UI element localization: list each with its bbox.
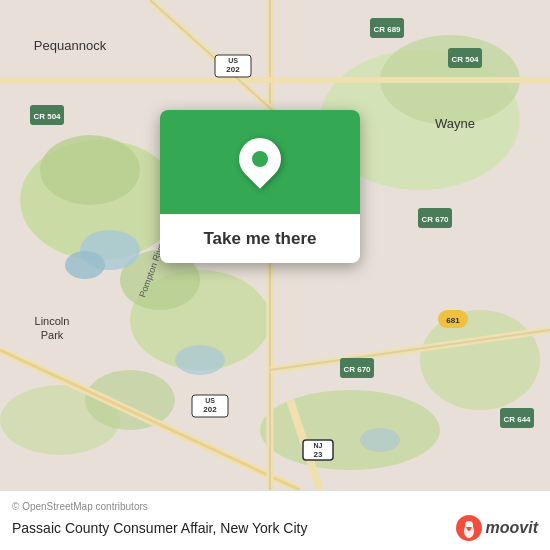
svg-point-2 <box>40 135 140 205</box>
bottom-bar: © OpenStreetMap contributors Passaic Cou… <box>0 490 550 550</box>
popup-label-area: Take me there <box>160 214 360 263</box>
bottom-row: Passaic County Consumer Affair, New York… <box>12 515 538 541</box>
moovit-brand-icon <box>456 515 482 541</box>
svg-text:CR 670: CR 670 <box>343 365 371 374</box>
popup-card: Take me there <box>160 110 360 263</box>
svg-text:202: 202 <box>226 65 240 74</box>
svg-point-14 <box>175 345 225 375</box>
svg-text:Lincoln: Lincoln <box>35 315 70 327</box>
location-name: Passaic County Consumer Affair, New York… <box>12 520 307 536</box>
svg-point-15 <box>360 428 400 452</box>
location-pin-icon <box>236 138 284 192</box>
svg-text:CR 689: CR 689 <box>373 25 401 34</box>
moovit-text: moovit <box>486 519 538 537</box>
svg-text:Pequannock: Pequannock <box>34 38 107 53</box>
svg-text:CR 504: CR 504 <box>451 55 479 64</box>
svg-text:CR 670: CR 670 <box>421 215 449 224</box>
take-me-there-button[interactable]: Take me there <box>170 229 350 249</box>
attribution-text: © OpenStreetMap contributors <box>12 501 538 512</box>
map-container: US 202 CR 689 CR 504 CR 504 Wayne CR 670… <box>0 0 550 490</box>
svg-text:23: 23 <box>314 450 323 459</box>
popup-green-area <box>160 110 360 214</box>
svg-text:NJ: NJ <box>314 442 323 449</box>
svg-text:Park: Park <box>41 329 64 341</box>
svg-point-13 <box>65 251 105 279</box>
svg-text:US: US <box>205 397 215 404</box>
svg-text:202: 202 <box>203 405 217 414</box>
svg-text:CR 644: CR 644 <box>503 415 531 424</box>
svg-text:CR 504: CR 504 <box>33 112 61 121</box>
svg-point-7 <box>420 310 540 410</box>
moovit-logo: moovit <box>456 515 538 541</box>
svg-text:681: 681 <box>446 316 460 325</box>
svg-text:US: US <box>228 57 238 64</box>
svg-text:Wayne: Wayne <box>435 116 475 131</box>
